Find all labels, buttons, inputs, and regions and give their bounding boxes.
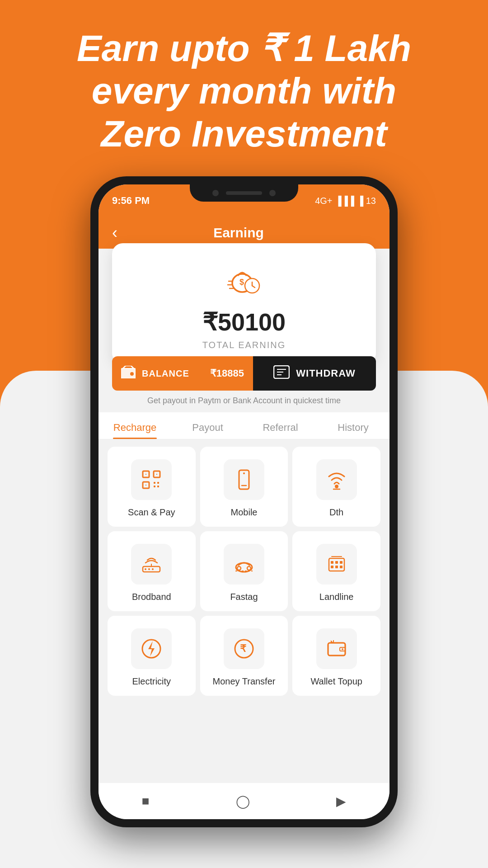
svg-rect-20 (145, 485, 146, 486)
balance-label: BALANCE (142, 368, 189, 379)
hero-title: Earn upto ₹ 1 Lakh every month with Zero… (27, 27, 461, 155)
svg-text:₹: ₹ (240, 643, 247, 654)
balance-amount: ₹18885 (210, 368, 244, 379)
svg-rect-46 (340, 566, 343, 568)
tab-history[interactable]: History (317, 422, 389, 439)
phone-notch (190, 184, 298, 202)
dth-icon (316, 459, 357, 500)
phone-screen: 9:56 PM 4G+ ▐▐▐ ▐ 13 ‹ Earning (99, 184, 389, 819)
svg-point-54 (342, 648, 343, 650)
service-dth[interactable]: Dth (292, 447, 380, 527)
svg-point-38 (247, 566, 251, 570)
services-grid: Scan & Pay Mobile (103, 442, 385, 700)
phone-mockup: 9:56 PM 4G+ ▐▐▐ ▐ 13 ‹ Earning (90, 176, 398, 827)
svg-rect-44 (331, 566, 333, 568)
svg-rect-21 (154, 482, 155, 484)
nav-back-icon[interactable]: ▶ (336, 794, 346, 809)
scan-pay-icon (131, 459, 172, 500)
scan-pay-label: Scan & Pay (128, 507, 175, 518)
landline-icon (316, 544, 357, 585)
balance-section: BALANCE ₹18885 (112, 356, 253, 391)
service-broadband[interactable]: Brodband (108, 531, 196, 611)
earning-card: $ ₹50100 TOTAL EARNING (112, 243, 376, 364)
phone-frame: 9:56 PM 4G+ ▐▐▐ ▐ 13 ‹ Earning (90, 176, 398, 827)
svg-rect-23 (154, 486, 155, 487)
svg-point-37 (237, 566, 241, 570)
service-fastag[interactable]: Fastag (200, 531, 288, 611)
mobile-label: Mobile (231, 507, 258, 518)
service-money-transfer[interactable]: ₹ Money Transfer (200, 616, 288, 696)
back-button[interactable]: ‹ (112, 223, 117, 242)
svg-rect-43 (340, 561, 343, 564)
signal-icon: 4G+ (315, 196, 332, 206)
fastag-label: Fastag (230, 592, 258, 602)
money-transfer-label: Money Transfer (213, 676, 276, 687)
tabs-bar: Recharge Payout Referral History (99, 412, 389, 439)
fastag-icon (224, 544, 264, 585)
nav-square-icon[interactable]: ■ (142, 794, 150, 808)
wallet-topup-label: Wallet Topup (310, 676, 362, 687)
svg-point-10 (130, 372, 134, 376)
withdraw-label: WITHDRAW (296, 368, 355, 379)
svg-point-34 (152, 568, 154, 570)
wallet-icon (121, 366, 136, 382)
svg-rect-45 (335, 566, 338, 568)
header-title: Earning (127, 225, 351, 241)
tab-payout[interactable]: Payout (171, 422, 244, 439)
electricity-icon (131, 628, 172, 669)
service-mobile[interactable]: Mobile (200, 447, 288, 527)
svg-rect-24 (157, 486, 159, 487)
svg-rect-19 (156, 474, 157, 475)
service-landline[interactable]: Landline (292, 531, 380, 611)
notch-camera (212, 190, 219, 196)
tab-referral[interactable]: Referral (244, 422, 317, 439)
phone-bottom-bar: ■ ◯ ▶ (99, 783, 389, 819)
status-icons: 4G+ ▐▐▐ ▐ 13 (315, 196, 376, 206)
electricity-label: Electricity (132, 676, 171, 687)
earning-amount: ₹50100 (126, 308, 362, 336)
svg-rect-40 (329, 558, 344, 571)
service-scan-pay[interactable]: Scan & Pay (108, 447, 196, 527)
notch-speaker (226, 191, 262, 195)
svg-text:$: $ (239, 278, 244, 287)
mobile-icon (224, 459, 264, 500)
dth-label: Dth (329, 507, 343, 518)
svg-rect-18 (145, 474, 146, 475)
status-time: 9:56 PM (112, 195, 150, 207)
balance-bar: BALANCE ₹18885 WITHDRAW (112, 356, 376, 391)
landline-label: Landline (319, 592, 354, 602)
svg-rect-22 (157, 482, 159, 484)
service-electricity[interactable]: Electricity (108, 616, 196, 696)
withdraw-icon (273, 365, 290, 382)
wallet-topup-icon (316, 628, 357, 669)
notch-sensor (269, 190, 276, 196)
broadband-label: Brodband (132, 592, 171, 602)
nav-home-icon[interactable]: ◯ (236, 794, 250, 809)
svg-point-32 (145, 568, 146, 570)
service-wallet-topup[interactable]: Wallet Topup (292, 616, 380, 696)
tab-recharge[interactable]: Recharge (99, 422, 171, 439)
money-transfer-icon: ₹ (224, 628, 264, 669)
wifi-icon: ▐▐▐ (335, 196, 355, 206)
svg-point-27 (243, 472, 245, 474)
hero-section: Earn upto ₹ 1 Lakh every month with Zero… (0, 27, 488, 155)
svg-rect-41 (331, 561, 333, 564)
battery-icon: ▐ 13 (357, 196, 376, 206)
svg-point-33 (148, 568, 150, 570)
svg-rect-42 (335, 561, 338, 564)
payout-text: Get payout in Paytm or Bank Account in q… (99, 396, 389, 406)
money-bag-icon: $ (126, 261, 362, 301)
earning-label: TOTAL EARNING (126, 340, 362, 350)
broadband-icon (131, 544, 172, 585)
withdraw-section[interactable]: WITHDRAW (253, 356, 376, 391)
